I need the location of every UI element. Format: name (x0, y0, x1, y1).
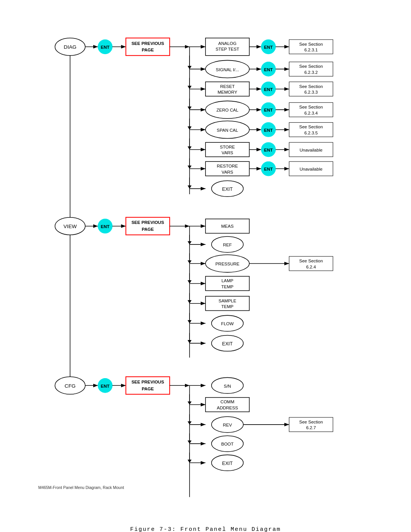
svg-text:ENT: ENT (101, 224, 110, 229)
svg-text:RESET: RESET (220, 84, 234, 89)
svg-text:PAGE: PAGE (142, 387, 154, 391)
svg-text:PAGE: PAGE (142, 227, 154, 232)
svg-marker-144 (188, 320, 191, 323)
svg-text:ENT: ENT (264, 167, 273, 171)
svg-marker-62 (188, 126, 191, 129)
svg-text:FLOW: FLOW (221, 321, 234, 326)
svg-text:See Section: See Section (299, 259, 323, 263)
svg-text:RESTORE: RESTORE (217, 164, 238, 168)
svg-text:SEE PREVIOUS: SEE PREVIOUS (131, 41, 164, 46)
svg-text:TEMP: TEMP (221, 304, 234, 309)
svg-marker-123 (188, 260, 191, 264)
svg-text:EXIT: EXIT (222, 187, 233, 192)
svg-text:ENT: ENT (264, 45, 273, 50)
svg-text:ENT: ENT (264, 87, 273, 92)
svg-text:STEP TEST: STEP TEST (215, 47, 239, 51)
svg-text:BOOT: BOOT (221, 442, 234, 446)
svg-text:6.2.7: 6.2.7 (306, 425, 316, 430)
svg-marker-132 (188, 280, 191, 283)
svg-text:Unavailable: Unavailable (299, 148, 322, 152)
svg-text:TEMP: TEMP (221, 284, 234, 289)
svg-text:SPAN CAL: SPAN CAL (217, 128, 239, 133)
svg-marker-50 (188, 107, 191, 110)
flow-diagram: DIAG ENT SEE PREVIOUS PAGE ANALOG STEP T… (34, 23, 377, 521)
svg-text:STORE: STORE (220, 145, 235, 149)
svg-text:ADDRESS: ADDRESS (217, 406, 238, 410)
svg-text:6.2.3.4: 6.2.3.4 (304, 111, 318, 115)
figure-caption: Figure 7-3: Front Panel Menu Diagram (34, 526, 377, 532)
svg-text:LAMP: LAMP (221, 278, 234, 283)
svg-marker-25 (188, 66, 191, 69)
svg-marker-138 (188, 300, 191, 303)
svg-text:See Section: See Section (299, 84, 323, 89)
svg-marker-74 (188, 146, 191, 149)
svg-marker-189 (188, 460, 191, 463)
svg-text:6.2.3.1: 6.2.3.1 (304, 48, 318, 52)
svg-text:SIGNAL I/...: SIGNAL I/... (216, 67, 239, 72)
svg-text:COMM: COMM (220, 399, 234, 404)
svg-text:SEE PREVIOUS: SEE PREVIOUS (131, 380, 164, 384)
svg-text:PRESSURE: PRESSURE (215, 262, 240, 266)
svg-text:VARS: VARS (221, 170, 233, 174)
svg-text:ENT: ENT (264, 67, 273, 72)
svg-text:SEE PREVIOUS: SEE PREVIOUS (131, 220, 164, 225)
svg-marker-118 (188, 241, 191, 244)
svg-text:ENT: ENT (264, 148, 273, 152)
svg-text:ENT: ENT (101, 384, 110, 388)
svg-text:6.2.3.5: 6.2.3.5 (304, 131, 318, 135)
svg-text:6.2.3.3: 6.2.3.3 (304, 90, 318, 94)
svg-text:ANALOG: ANALOG (218, 41, 237, 46)
svg-marker-184 (188, 441, 191, 444)
svg-text:PAGE: PAGE (142, 48, 154, 52)
svg-text:See Section: See Section (299, 420, 323, 424)
svg-text:See Section: See Section (299, 125, 323, 129)
svg-marker-175 (188, 422, 191, 425)
svg-text:6.2.4: 6.2.4 (306, 265, 316, 269)
svg-marker-86 (188, 166, 191, 169)
svg-text:Unavailable: Unavailable (299, 167, 322, 171)
svg-text:MEMORY: MEMORY (218, 90, 237, 94)
svg-text:See Section: See Section (299, 42, 323, 46)
svg-text:M465M-Front Panel Menu Diagram: M465M-Front Panel Menu Diagram, Rack Mou… (38, 486, 124, 490)
diagram-area: DIAG ENT SEE PREVIOUS PAGE ANALOG STEP T… (34, 23, 377, 532)
svg-text:EXIT: EXIT (222, 341, 233, 347)
svg-text:VARS: VARS (221, 150, 233, 155)
svg-text:SAMPLE: SAMPLE (218, 299, 236, 303)
svg-text:See Section: See Section (299, 64, 323, 69)
svg-text:EXIT: EXIT (222, 461, 233, 466)
svg-text:S/N: S/N (224, 384, 231, 388)
svg-text:REV: REV (223, 423, 232, 427)
svg-text:CFG: CFG (65, 383, 76, 389)
page-container: DIAG ENT SEE PREVIOUS PAGE ANALOG STEP T… (0, 0, 411, 532)
svg-text:REF: REF (223, 243, 232, 247)
svg-text:ENT: ENT (264, 128, 273, 133)
svg-marker-37 (188, 86, 191, 89)
svg-text:See Section: See Section (299, 105, 323, 109)
svg-text:ENT: ENT (101, 45, 110, 50)
svg-text:6.2.3.2: 6.2.3.2 (304, 70, 318, 75)
svg-text:VIEW: VIEW (64, 224, 77, 229)
svg-text:DIAG: DIAG (64, 44, 76, 50)
svg-text:MEAS: MEAS (221, 224, 234, 228)
svg-marker-98 (188, 185, 191, 189)
svg-text:ZERO CAL: ZERO CAL (217, 108, 239, 112)
svg-text:ENT: ENT (264, 108, 273, 112)
svg-marker-169 (188, 401, 191, 404)
svg-marker-149 (188, 340, 191, 343)
